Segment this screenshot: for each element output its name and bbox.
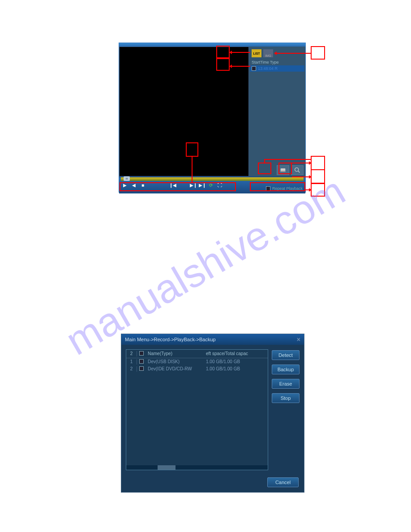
count-header: 2 xyxy=(126,351,137,356)
stop-button[interactable]: ■ xyxy=(140,183,146,188)
fullscreen-button[interactable]: ⛶ xyxy=(217,183,223,188)
device-name: Dev(IDE DVD/CD-RW xyxy=(146,366,204,372)
horizontal-scrollbar[interactable] xyxy=(126,465,268,470)
close-icon[interactable]: × xyxy=(297,336,300,343)
svg-point-2 xyxy=(295,168,299,172)
space-column-header: eft space/Total capac xyxy=(204,351,268,356)
annotation-box xyxy=(311,169,325,184)
loop-button[interactable]: ⟳ xyxy=(208,183,214,188)
playback-window: LIST IMG StartTime Type 13:48:04 R xyxy=(119,43,306,193)
playback-sidebar: LIST IMG StartTime Type 13:48:04 R xyxy=(249,47,305,176)
recording-checkbox[interactable] xyxy=(252,66,256,71)
disk-icon[interactable] xyxy=(277,165,289,175)
erase-button[interactable]: Erase xyxy=(272,379,300,389)
playback-timeline[interactable]: III xyxy=(121,177,304,181)
reverse-button[interactable]: ◀ xyxy=(131,183,137,188)
row-checkbox[interactable] xyxy=(139,366,144,371)
magnifier-icon[interactable] xyxy=(291,165,304,175)
annotation-box xyxy=(311,183,325,197)
repeat-checkbox[interactable] xyxy=(266,186,270,191)
backup-button[interactable]: Backup xyxy=(272,365,300,374)
annotation-arrow xyxy=(305,189,311,190)
device-space: 1.00 GB/1.00 GB xyxy=(204,366,268,372)
stop-button[interactable]: Stop xyxy=(272,393,300,403)
device-name: Dev(USB DISK) xyxy=(146,359,204,365)
video-playback-area[interactable] xyxy=(119,47,249,176)
list-icon[interactable]: LIST xyxy=(252,49,261,57)
table-header: 2 Name(Type) eft space/Total capac xyxy=(126,350,268,358)
table-row[interactable]: 1 Dev(USB DISK) 1.00 GB/1.00 GB xyxy=(126,358,268,365)
device-space: 1.00 GB/1.00 GB xyxy=(204,359,268,365)
play-button[interactable]: ▶ xyxy=(122,183,128,188)
next-file-button[interactable]: ▶❙ xyxy=(199,183,205,188)
recording-time-label: 13:48:04 R xyxy=(258,66,278,71)
repeat-label: Repeat Playback xyxy=(272,186,303,191)
name-column-header: Name(Type) xyxy=(146,351,204,356)
backup-title: Main Menu->Record->PlayBack->Backup xyxy=(125,337,216,342)
scrollbar-thumb[interactable] xyxy=(158,465,176,470)
row-number: 1 xyxy=(126,359,137,365)
annotation-box xyxy=(311,156,325,170)
annotation-box xyxy=(311,46,325,60)
playback-titlebar xyxy=(119,43,305,47)
sidebar-column-header: StartTime Type xyxy=(250,59,304,65)
playback-controls-bar: III ▶ ◀ ■ ❙◀ ▶❙ ▶❙ ⟳ ⛶ Repeat Playback xyxy=(119,177,305,193)
prev-frame-button[interactable]: ❙◀ xyxy=(169,183,176,188)
cancel-button[interactable]: Cancel xyxy=(267,477,299,487)
device-table: 2 Name(Type) eft space/Total capac 1 Dev… xyxy=(126,349,268,470)
detect-button[interactable]: Detect xyxy=(272,350,300,360)
row-number: 2 xyxy=(126,366,137,372)
svg-line-3 xyxy=(298,171,300,172)
svg-rect-1 xyxy=(281,171,286,172)
select-all-checkbox[interactable] xyxy=(139,351,144,356)
recording-list-item[interactable]: 13:48:04 R xyxy=(250,65,304,72)
timeline-handle[interactable]: III xyxy=(124,176,130,181)
backup-titlebar: Main Menu->Record->PlayBack->Backup × xyxy=(121,334,304,345)
row-checkbox[interactable] xyxy=(139,359,144,364)
table-row[interactable]: 2 Dev(IDE DVD/CD-RW 1.00 GB/1.00 GB xyxy=(126,365,268,373)
prev-file-button[interactable]: ▶❙ xyxy=(190,183,196,188)
backup-dialog: Main Menu->Record->PlayBack->Backup × 2 … xyxy=(121,334,304,493)
img-icon[interactable]: IMG xyxy=(263,49,273,57)
